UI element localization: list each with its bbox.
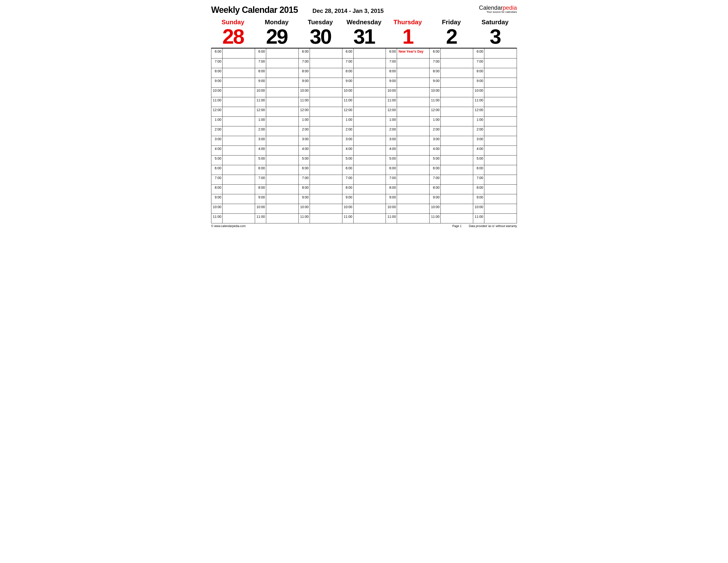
- event-slot[interactable]: [397, 146, 429, 155]
- time-cell[interactable]: 12:00: [473, 107, 517, 117]
- time-cell[interactable]: 5:00: [386, 156, 429, 165]
- time-cell[interactable]: 7:00: [386, 58, 429, 68]
- time-cell[interactable]: 6:00: [342, 165, 386, 175]
- event-slot[interactable]: [223, 185, 255, 194]
- time-cell[interactable]: 1:00: [429, 117, 473, 126]
- event-slot[interactable]: [310, 214, 342, 223]
- time-cell[interactable]: 8:00: [298, 68, 342, 78]
- event-slot[interactable]: [310, 165, 342, 175]
- event-slot[interactable]: [266, 194, 298, 204]
- time-cell[interactable]: 11:00: [429, 214, 473, 223]
- event-slot[interactable]: [484, 49, 517, 58]
- event-slot[interactable]: [397, 97, 429, 107]
- event-slot[interactable]: [441, 194, 473, 204]
- time-cell[interactable]: 12:00: [255, 107, 298, 117]
- event-slot[interactable]: [484, 107, 517, 117]
- time-cell[interactable]: 5:00: [473, 156, 517, 165]
- time-cell[interactable]: 3:00: [211, 136, 255, 146]
- time-cell[interactable]: 4:00: [211, 146, 255, 155]
- time-cell[interactable]: 7:00: [298, 175, 342, 184]
- event-slot[interactable]: [310, 156, 342, 165]
- event-slot[interactable]: [441, 175, 473, 184]
- event-slot[interactable]: [441, 107, 473, 117]
- time-cell[interactable]: 6:00: [298, 49, 342, 58]
- time-cell[interactable]: 10:00: [342, 88, 386, 97]
- time-cell[interactable]: 7:00: [255, 58, 298, 68]
- event-slot[interactable]: [484, 117, 517, 126]
- event-slot[interactable]: [484, 126, 517, 136]
- time-cell[interactable]: 8:00: [429, 68, 473, 78]
- event-slot[interactable]: [354, 146, 386, 155]
- event-slot[interactable]: [223, 126, 255, 136]
- event-slot[interactable]: [354, 194, 386, 204]
- time-cell[interactable]: 1:00: [255, 117, 298, 126]
- time-cell[interactable]: 7:00: [342, 175, 386, 184]
- time-cell[interactable]: 9:00: [386, 194, 429, 204]
- event-slot[interactable]: [266, 126, 298, 136]
- time-cell[interactable]: 11:00: [429, 97, 473, 107]
- time-cell[interactable]: 7:00: [298, 58, 342, 68]
- time-cell[interactable]: 6:00: [298, 165, 342, 175]
- time-cell[interactable]: 10:00: [298, 88, 342, 97]
- event-slot[interactable]: [266, 117, 298, 126]
- event-slot[interactable]: [397, 175, 429, 184]
- event-slot[interactable]: [223, 214, 255, 223]
- time-cell[interactable]: 6:00: [211, 49, 255, 58]
- time-cell[interactable]: 9:00: [429, 78, 473, 87]
- time-cell[interactable]: 2:00: [386, 126, 429, 136]
- event-slot[interactable]: [223, 175, 255, 184]
- event-slot[interactable]: [397, 88, 429, 97]
- time-cell[interactable]: 3:00: [473, 136, 517, 146]
- time-cell[interactable]: 8:00: [342, 68, 386, 78]
- time-cell[interactable]: 9:00: [342, 194, 386, 204]
- event-slot[interactable]: [397, 156, 429, 165]
- time-cell[interactable]: 10:00: [342, 204, 386, 214]
- time-cell[interactable]: 4:00: [298, 146, 342, 155]
- time-cell[interactable]: 4:00: [473, 146, 517, 155]
- time-cell[interactable]: 6:00: [211, 165, 255, 175]
- event-slot[interactable]: [484, 165, 517, 175]
- time-cell[interactable]: 11:00: [211, 97, 255, 107]
- time-cell[interactable]: 1:00: [386, 117, 429, 126]
- event-slot[interactable]: [484, 58, 517, 68]
- time-cell[interactable]: 2:00: [298, 126, 342, 136]
- event-slot[interactable]: [310, 194, 342, 204]
- event-slot[interactable]: [484, 214, 517, 223]
- time-cell[interactable]: 11:00: [255, 97, 298, 107]
- time-cell[interactable]: 6:00: [386, 165, 429, 175]
- time-cell[interactable]: 11:00: [211, 214, 255, 223]
- event-slot[interactable]: [397, 117, 429, 126]
- event-slot[interactable]: [441, 136, 473, 146]
- time-cell[interactable]: 11:00: [298, 97, 342, 107]
- time-cell[interactable]: 6:00: [255, 49, 298, 58]
- time-cell[interactable]: 5:00: [342, 156, 386, 165]
- event-slot[interactable]: [354, 88, 386, 97]
- event-slot[interactable]: [310, 107, 342, 117]
- event-slot[interactable]: [354, 165, 386, 175]
- event-slot[interactable]: [484, 97, 517, 107]
- event-slot[interactable]: [397, 126, 429, 136]
- time-cell[interactable]: 8:00: [386, 185, 429, 194]
- time-cell[interactable]: 3:00: [429, 136, 473, 146]
- time-cell[interactable]: 1:00: [211, 117, 255, 126]
- event-slot[interactable]: [441, 68, 473, 78]
- event-slot[interactable]: [310, 136, 342, 146]
- event-slot[interactable]: [223, 58, 255, 68]
- event-slot[interactable]: [397, 194, 429, 204]
- time-cell[interactable]: 4:00: [255, 146, 298, 155]
- time-cell[interactable]: 9:00: [386, 78, 429, 87]
- time-cell[interactable]: 7:00: [429, 58, 473, 68]
- event-slot[interactable]: [310, 117, 342, 126]
- event-slot[interactable]: [266, 204, 298, 214]
- time-cell[interactable]: 9:00: [298, 194, 342, 204]
- time-cell[interactable]: 6:00: [473, 165, 517, 175]
- event-slot[interactable]: [223, 194, 255, 204]
- time-cell[interactable]: 2:00: [473, 126, 517, 136]
- event-slot[interactable]: [397, 58, 429, 68]
- event-slot[interactable]: [310, 185, 342, 194]
- time-cell[interactable]: 12:00: [429, 107, 473, 117]
- time-cell[interactable]: 8:00: [211, 68, 255, 78]
- time-cell[interactable]: 9:00: [211, 78, 255, 87]
- event-slot[interactable]: [397, 214, 429, 223]
- time-cell[interactable]: 7:00: [255, 175, 298, 184]
